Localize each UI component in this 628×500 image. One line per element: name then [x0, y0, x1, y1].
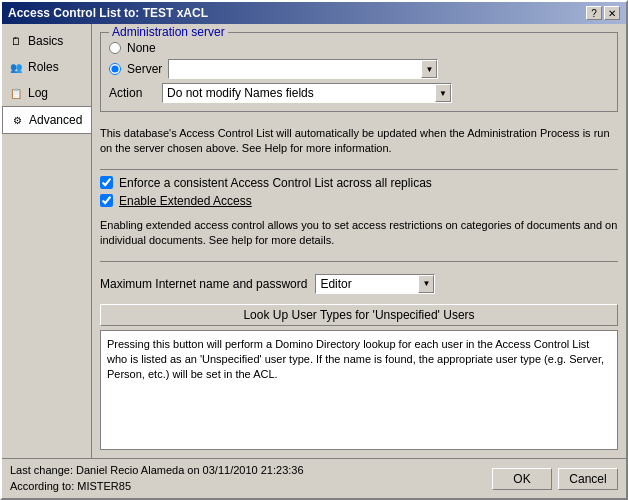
- bottom-info: Last change: Daniel Recio Alameda on 03/…: [10, 463, 304, 494]
- sidebar-item-advanced[interactable]: ⚙ Advanced: [2, 106, 91, 134]
- none-radio-row: None: [109, 41, 609, 55]
- admin-server-group-label: Administration server: [109, 25, 228, 39]
- action-label: Action: [109, 86, 154, 100]
- sidebar-item-advanced-label: Advanced: [29, 113, 82, 127]
- main-window: Access Control List to: TEST xACL ? ✕ 🗒 …: [0, 0, 628, 500]
- sidebar-item-roles[interactable]: 👥 Roles: [2, 54, 91, 80]
- title-bar-buttons: ? ✕: [586, 6, 620, 20]
- internet-dropdown-value: Editor: [320, 277, 351, 291]
- action-dropdown-arrow: ▼: [435, 84, 451, 102]
- roles-icon: 👥: [8, 59, 24, 75]
- sidebar-item-log-label: Log: [28, 86, 48, 100]
- lookup-info-box: Pressing this button will perform a Domi…: [100, 330, 618, 450]
- none-radio[interactable]: [109, 42, 121, 54]
- action-dropdown-value: Do not modify Names fields: [167, 86, 314, 100]
- extended-info-text: Enabling extended access control allows …: [100, 218, 618, 249]
- lookup-info-text: Pressing this button will perform a Domi…: [107, 338, 604, 381]
- admin-server-group: Administration server None Server ▼ Acti…: [100, 32, 618, 112]
- main-panel: Administration server None Server ▼ Acti…: [92, 24, 626, 458]
- window-title: Access Control List to: TEST xACL: [8, 6, 208, 20]
- according-text: According to: MISTER85: [10, 479, 304, 494]
- sidebar: 🗒 Basics 👥 Roles 📋 Log ⚙ Advanced: [2, 24, 92, 458]
- internet-row: Maximum Internet name and password Edito…: [100, 274, 618, 294]
- none-radio-label: None: [127, 41, 156, 55]
- title-bar: Access Control List to: TEST xACL ? ✕: [2, 2, 626, 24]
- internet-label: Maximum Internet name and password: [100, 277, 307, 291]
- sidebar-item-basics[interactable]: 🗒 Basics: [2, 28, 91, 54]
- admin-info-text: This database's Access Control List will…: [100, 126, 618, 157]
- close-button[interactable]: ✕: [604, 6, 620, 20]
- action-row: Action Do not modify Names fields ▼: [109, 83, 609, 103]
- ok-button[interactable]: OK: [492, 468, 552, 490]
- last-change-text: Last change: Daniel Recio Alameda on 03/…: [10, 463, 304, 478]
- server-radio-row: Server ▼: [109, 59, 609, 79]
- internet-dropdown[interactable]: Editor ▼: [315, 274, 435, 294]
- bottom-bar: Last change: Daniel Recio Alameda on 03/…: [2, 458, 626, 498]
- action-dropdown[interactable]: Do not modify Names fields ▼: [162, 83, 452, 103]
- enforce-label: Enforce a consistent Access Control List…: [119, 176, 432, 190]
- separator-2: [100, 261, 618, 262]
- server-dropdown[interactable]: ▼: [168, 59, 438, 79]
- sidebar-item-log[interactable]: 📋 Log: [2, 80, 91, 106]
- internet-dropdown-arrow: ▼: [418, 275, 434, 293]
- help-button[interactable]: ?: [586, 6, 602, 20]
- lookup-button[interactable]: Look Up User Types for 'Unspecified' Use…: [100, 304, 618, 326]
- server-radio-label: Server: [127, 62, 162, 76]
- server-dropdown-arrow: ▼: [421, 60, 437, 78]
- bottom-buttons: OK Cancel: [492, 468, 618, 490]
- extended-label: Enable Extended Access: [119, 194, 252, 208]
- basics-icon: 🗒: [8, 33, 24, 49]
- extended-checkbox[interactable]: [100, 194, 113, 207]
- sidebar-item-roles-label: Roles: [28, 60, 59, 74]
- enforce-checkbox[interactable]: [100, 176, 113, 189]
- separator-1: [100, 169, 618, 170]
- advanced-icon: ⚙: [9, 112, 25, 128]
- cancel-button[interactable]: Cancel: [558, 468, 618, 490]
- extended-checkbox-row: Enable Extended Access: [100, 194, 618, 208]
- log-icon: 📋: [8, 85, 24, 101]
- server-radio[interactable]: [109, 63, 121, 75]
- enforce-checkbox-row: Enforce a consistent Access Control List…: [100, 176, 618, 190]
- sidebar-item-basics-label: Basics: [28, 34, 63, 48]
- content-area: 🗒 Basics 👥 Roles 📋 Log ⚙ Advanced Admini…: [2, 24, 626, 458]
